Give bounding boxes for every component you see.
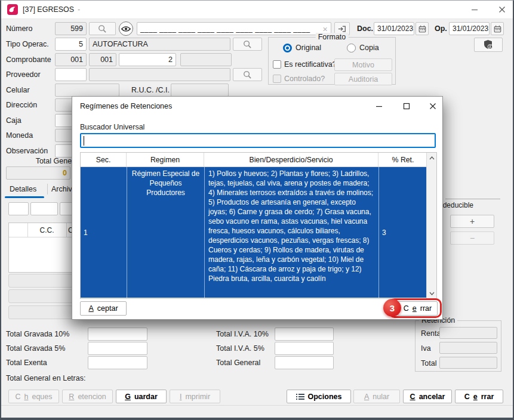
tab-detalles-underline (5, 196, 44, 198)
doc-date-field[interactable]: 31/01/2023 (374, 22, 414, 35)
window-title: [37] EGRESOS (23, 3, 74, 16)
numero-field[interactable]: 599 (55, 22, 87, 35)
col-header-regimen[interactable]: Regimen (127, 153, 204, 167)
tab-detalles[interactable]: Detalles (10, 183, 36, 196)
table-row[interactable]: 1 Régimen Especial de Pequeños Productor… (81, 167, 426, 298)
direccion-label: Dirección (6, 98, 37, 112)
numero-label: Número (6, 22, 32, 35)
buscador-label: Buscador Universal (80, 121, 144, 134)
total-gravada10-label: Total Gravada 10% (6, 328, 69, 341)
dialog-close-icon[interactable] (424, 97, 442, 115)
detalle-grid: C.C. C (8, 223, 74, 273)
eye-icon (121, 26, 131, 32)
auditoria-button[interactable]: Auditoria (334, 73, 392, 85)
comprobante-field-1[interactable]: 001 (55, 53, 87, 66)
remove-row-button[interactable]: − (450, 231, 494, 245)
renta-label: Renta (421, 327, 441, 340)
row-regimen-cell: Régimen Especial de Pequeños Productores (127, 167, 204, 298)
tipo-operac-label: Tipo Operac. (6, 38, 49, 51)
opciones-button-label: Opciones (308, 393, 342, 401)
detalle-col-cc: C.C. (27, 224, 66, 237)
op-date-field[interactable]: 31/01/2023 (449, 22, 490, 35)
comprobante-field-2[interactable]: 001 (89, 53, 116, 66)
copia-radio[interactable] (347, 44, 356, 52)
retencion-button[interactable]: Retencion (62, 390, 113, 403)
celular-field[interactable] (55, 84, 119, 97)
vertical-scrollbar[interactable] (426, 153, 436, 298)
tipo-operac-search-button[interactable] (233, 38, 262, 51)
total-iva10-field[interactable] (275, 328, 334, 341)
total-iva5-field[interactable] (275, 342, 334, 355)
dialog-maximize-icon[interactable] (398, 97, 415, 115)
total-gravada5-field[interactable] (88, 342, 147, 355)
col-header-sec[interactable]: Sec. (81, 153, 127, 167)
cheques-button[interactable]: Cheques (8, 390, 59, 403)
total-exenta-field[interactable] (88, 356, 147, 369)
opciones-button[interactable]: Opciones (287, 390, 351, 403)
text-caret (84, 136, 84, 146)
iva-label: Iva (421, 342, 431, 355)
shield-user-button[interactable] (474, 38, 503, 52)
detalle-input-1[interactable] (8, 202, 29, 215)
scroll-up-icon[interactable] (427, 153, 436, 163)
original-radio[interactable] (283, 44, 292, 52)
total-general-label: Total General (6, 155, 80, 168)
cancelar-button[interactable]: Cancelar (403, 390, 452, 403)
detalle-input-2[interactable] (30, 202, 58, 215)
total-exenta-label: Total Exenta (6, 356, 47, 369)
total-general-field[interactable]: 0 (6, 166, 70, 180)
proveedor-search-button[interactable] (233, 68, 262, 81)
col-header-ret[interactable]: % Ret. (378, 153, 427, 167)
iva-field[interactable] (439, 342, 497, 354)
dialog-minimize-icon[interactable] (370, 97, 388, 115)
numero-search-button[interactable] (89, 22, 116, 35)
buscador-input[interactable] (80, 133, 436, 148)
copia-radio-label: Copia (359, 41, 379, 54)
celular-label: Celular (6, 84, 30, 97)
cerrar-button[interactable]: Cerrar (455, 390, 503, 403)
total-gravada5-label: Total Gravada 5% (6, 342, 65, 355)
detalle-grid-header: C.C. C (9, 223, 73, 237)
formato-legend: Formato (316, 33, 349, 41)
col-header-bien[interactable]: Bien/Desperdicio/Servicio (204, 153, 378, 167)
renta-field[interactable] (439, 327, 497, 339)
row-sec-cell: 1 (81, 167, 127, 298)
scroll-down-icon[interactable] (427, 288, 436, 298)
timbrado-masked-input[interactable]: ____ ____ ____ ____ ____ ____ ____ ____ … (137, 22, 331, 35)
masked-value: ____ ____ ____ ____ ____ ____ ____ ____ … (140, 24, 310, 33)
guardar-button[interactable]: Guardar (116, 390, 167, 403)
add-row-button[interactable]: + (450, 215, 494, 228)
tab-divider (47, 184, 48, 194)
tipo-operac-code-field[interactable]: 5 (55, 38, 87, 51)
total-ret-field[interactable] (439, 357, 497, 369)
doc-calendar-icon[interactable] (415, 22, 429, 35)
eye-button[interactable] (119, 21, 133, 36)
total-gravada10-field[interactable] (88, 328, 147, 341)
proveedor-label: Proveedor (6, 68, 41, 81)
motivo-button[interactable]: Motivo (334, 58, 392, 71)
es-rectificativa-checkbox[interactable] (273, 60, 281, 69)
imprimir-button[interactable]: Imprimir (170, 390, 220, 403)
window-titlebar: [37] EGRESOS - (1, 1, 513, 19)
comprobante-field-3[interactable]: 2 (119, 53, 176, 66)
anular-button[interactable]: Anular (353, 390, 400, 403)
aceptar-button[interactable]: Aceptar (80, 301, 127, 316)
search-icon (243, 40, 252, 49)
comprobante-field-4[interactable] (180, 53, 232, 66)
tipo-operac-name-field[interactable]: AUTOFACTURA (89, 38, 230, 51)
formato-groupbox: Formato Original Copia Es rectificativa?… (268, 37, 396, 85)
proveedor-name-field[interactable] (89, 68, 230, 81)
op-calendar-icon[interactable] (491, 22, 504, 35)
retencion-groupbox: Retención Renta Iva Total (415, 320, 501, 372)
total-iva10-label: Total I.V.A. 10% (216, 328, 269, 341)
comprobante-label: Comprobante (6, 53, 51, 66)
controlado-checkbox[interactable] (273, 75, 281, 83)
cerrar-dialog-button[interactable]: Cerrar (398, 301, 438, 316)
total-iva5-label: Total I.V.A. 5% (216, 342, 264, 355)
proveedor-code-field[interactable] (55, 68, 87, 81)
close-icon[interactable] (494, 1, 510, 18)
dialog-title: Regímenes de Retenciones (80, 97, 172, 116)
ruc-field[interactable] (171, 84, 229, 97)
total-general-bottom-field[interactable] (275, 356, 334, 369)
minimize-icon[interactable] (466, 1, 483, 18)
